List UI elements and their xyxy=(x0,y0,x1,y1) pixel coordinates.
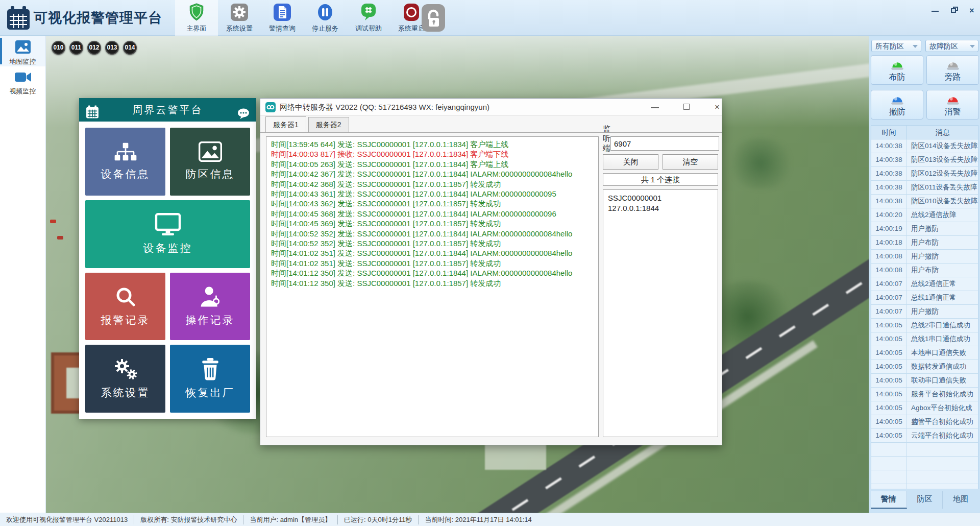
alarm-row[interactable]: 14:00:05服务平台初始化成功 xyxy=(871,388,978,401)
zone-marker[interactable]: 012 xyxy=(87,41,101,55)
tile-zone-info[interactable]: 防区信息 xyxy=(170,128,250,196)
tile-label: 操作记录 xyxy=(186,313,235,327)
alarm-lamp-icon xyxy=(945,92,961,106)
alarm-tab[interactable]: 地图 xyxy=(943,491,978,509)
alarm-tab[interactable]: 警情 xyxy=(871,491,907,509)
toolbar-item-debug-help[interactable]: 调试帮助 xyxy=(347,0,390,36)
tile-factory-reset[interactable]: 恢复出厂 xyxy=(170,345,250,413)
sidebar-item-video-monitor[interactable]: 视频监控 xyxy=(0,66,45,97)
restore-button[interactable] xyxy=(946,5,961,16)
alarm-row[interactable]: 14:00:05云端平台初始化成功 xyxy=(871,429,978,443)
alarm-row[interactable]: 14:00:05监管平台初始化成功 xyxy=(871,415,978,429)
alarm-lamp-icon xyxy=(889,58,905,71)
dialog-tabs: 服务器1 服务器2 xyxy=(265,117,349,132)
tab-server1[interactable]: 服务器1 xyxy=(265,116,306,132)
alarm-row[interactable]: 14:00:18用户布防 xyxy=(871,236,978,250)
zone-marker[interactable]: 013 xyxy=(105,41,119,55)
alarm-row[interactable]: 14:00:38防区010设备丢失故障 xyxy=(871,195,978,208)
clear-log-button[interactable]: 清空 xyxy=(663,154,718,170)
dialog-minimize-button[interactable] xyxy=(646,102,664,113)
alarm-tab[interactable]: 防区 xyxy=(907,491,943,509)
alarm-row[interactable] xyxy=(871,443,978,457)
relay-server-dialog: 网络中转服务器 V2022 (QQ: 517216493 WX: feiyang… xyxy=(260,98,722,445)
log-line: 时间[14:00:42 368] 发送: SSJC00000001 [127.0… xyxy=(271,179,594,189)
alarm-row[interactable]: 14:00:05总线1串口通信成功 xyxy=(871,332,978,346)
alarm-action-button[interactable]: 消警 xyxy=(926,90,979,119)
relay-server-icon xyxy=(265,102,276,114)
close-server-button[interactable]: 关闭 xyxy=(603,154,658,170)
tile-device-info[interactable]: 设备信息 xyxy=(85,128,165,196)
tile-operation-records[interactable]: 操作记录 xyxy=(170,273,250,341)
status-segment: 欢迎使用可视化报警管理平台 V20211013 xyxy=(0,515,134,524)
log-line: 时间[14:00:45 369] 发送: SSJC00000001 [127.0… xyxy=(271,219,594,228)
connection-list[interactable]: SSJC00000001 127.0.0.1:1844 xyxy=(603,189,718,437)
alarm-row[interactable]: 14:00:38防区013设备丢失故障 xyxy=(871,153,978,167)
alarm-row[interactable]: 14:00:38防区011设备丢失故障 xyxy=(871,181,978,195)
listen-port-input[interactable] xyxy=(610,136,719,151)
alarm-row[interactable]: 14:00:20总线2通信故障 xyxy=(871,208,978,222)
toolbar-item-home[interactable]: 主界面 xyxy=(175,0,218,36)
minimize-button[interactable] xyxy=(928,5,942,16)
alarm-row[interactable] xyxy=(871,457,978,470)
gears-icon xyxy=(113,358,138,380)
alarm-action-button[interactable]: 布防 xyxy=(871,55,923,85)
alarm-action-button[interactable]: 撤防 xyxy=(871,90,923,119)
log-line: 时间[14:00:52 352] 发送: SSJC00000001 [127.0… xyxy=(271,238,594,248)
alarm-row[interactable]: 14:00:07总线1通信正常 xyxy=(871,291,978,305)
alarm-row[interactable]: 14:00:05数据转发通信成功 xyxy=(871,360,978,374)
tree-blob xyxy=(725,138,796,189)
tile-device-monitor[interactable]: 设备监控 xyxy=(85,200,250,268)
toolbar-item-stop-service[interactable]: 停止服务 xyxy=(304,0,347,36)
alarm-row[interactable]: 14:00:07用户撤防 xyxy=(871,305,978,319)
dialog-maximize-button[interactable] xyxy=(678,102,695,113)
close-button[interactable]: × xyxy=(965,5,979,16)
log-line: 时间[14:00:05 263] 发送: SSJC00000001 [127.0… xyxy=(271,159,594,169)
alarm-row[interactable]: 14:00:38防区014设备丢失故障 xyxy=(871,139,978,153)
unlock-icon[interactable] xyxy=(422,4,445,34)
dialog-side-panel: 监听端口 关闭 清空 共 1 个连接 SSJC00000001 127.0.0.… xyxy=(603,136,718,437)
alarm-row[interactable]: 14:00:05总线2串口通信成功 xyxy=(871,319,978,332)
alarm-row[interactable]: 14:00:08用户布防 xyxy=(871,264,978,277)
panel-title: 周界云警平台 xyxy=(133,104,203,115)
dialog-close-button[interactable]: × xyxy=(708,102,726,113)
trash-icon xyxy=(200,358,221,380)
toolbar-item-alarm-query[interactable]: 警情查询 xyxy=(261,0,304,36)
zone-filter-select[interactable]: 所有防区 xyxy=(871,40,921,52)
alarm-row[interactable] xyxy=(871,470,978,484)
alarm-row[interactable]: 14:00:05联动串口通信失败 xyxy=(871,374,978,388)
sidebar-item-map-monitor[interactable]: 地图监控 xyxy=(0,36,45,66)
alarm-row[interactable]: 14:00:38防区012设备丢失故障 xyxy=(871,167,978,181)
alarm-row[interactable]: 14:00:05Agbox平台初始化成功 xyxy=(871,401,978,415)
toolbar-item-settings[interactable]: 系统设置 xyxy=(218,0,261,36)
column-header-message: 消息 xyxy=(907,126,978,139)
dialog-title-bar[interactable]: 网络中转服务器 V2022 (QQ: 517216493 WX: feiyang… xyxy=(260,99,722,116)
launcher-grid: 设备信息 防区信息 设备监控 报警记录 xyxy=(79,122,256,419)
status-segment: 版权所有: 安防报警技术研究中心 xyxy=(134,515,243,524)
map-car xyxy=(57,236,63,240)
sidebar-item-label: 视频监控 xyxy=(0,87,45,96)
alarm-table[interactable]: 时间 消息 14:00:38防区014设备丢失故障 14:00:38防区013设… xyxy=(871,125,978,489)
alarm-row[interactable]: 14:00:19用户撤防 xyxy=(871,222,978,236)
server-log[interactable]: 时间[13:59:45 644] 发送: SSJC00000001 [127.0… xyxy=(266,136,599,437)
connection-item[interactable]: SSJC00000001 127.0.0.1:1844 xyxy=(608,193,713,213)
alarm-row[interactable] xyxy=(871,484,978,489)
column-header-time: 时间 xyxy=(871,126,907,139)
zone-marker[interactable]: 010 xyxy=(52,41,65,55)
log-line: 时间[14:01:12 350] 发送: SSJC00000001 [127.0… xyxy=(271,268,594,278)
zone-marker[interactable]: 014 xyxy=(123,41,137,55)
alarm-row[interactable]: 14:00:08用户撤防 xyxy=(871,250,978,264)
log-line: 时间[14:01:02 351] 发送: SSJC00000001 [127.0… xyxy=(271,248,594,258)
tile-system-settings[interactable]: 系统设置 xyxy=(85,345,165,413)
alarm-action-button[interactable]: 旁路 xyxy=(926,55,979,85)
alarm-row[interactable]: 14:00:05本地串口通信失败 xyxy=(871,346,978,360)
tile-label: 防区信息 xyxy=(186,167,235,181)
fault-filter-select[interactable]: 故障防区 xyxy=(925,40,978,52)
tile-alarm-records[interactable]: 报警记录 xyxy=(85,273,165,341)
picture-icon xyxy=(199,141,222,162)
zone-marker[interactable]: 011 xyxy=(69,41,83,55)
tab-server2[interactable]: 服务器2 xyxy=(308,117,349,132)
perimeter-cloud-panel: 周界云警平台 设备信息 防区信息 xyxy=(79,98,256,419)
log-line: 时间[14:01:12 350] 发送: SSJC00000001 [127.0… xyxy=(271,278,594,288)
alarm-row[interactable]: 14:00:07总线2通信正常 xyxy=(871,277,978,291)
pause-icon xyxy=(316,3,334,21)
